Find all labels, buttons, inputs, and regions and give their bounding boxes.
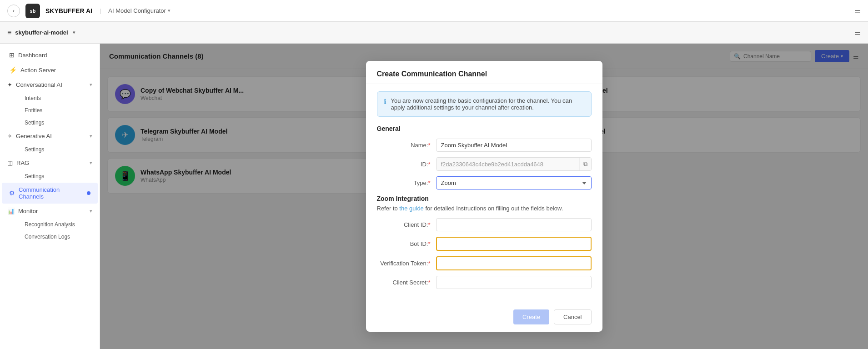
sidebar-item-conversation-logs[interactable]: Conversation Logs: [19, 231, 98, 243]
id-row: ID:* ⧉: [377, 157, 592, 171]
monitor-chevron-icon: ▾: [90, 208, 92, 214]
bot-id-row: Bot ID:*: [377, 237, 592, 251]
layout: ⊞ Dashboard ⚡ Action Server ✦ Conversati…: [0, 44, 868, 349]
verification-token-label: Verification Token:*: [377, 260, 436, 267]
sidebar-conv-settings-label: Settings: [25, 120, 44, 126]
info-banner: ℹ You are now creating the basic configu…: [377, 91, 592, 117]
sidebar-item-comm-channels[interactable]: ⚙ Communication Channels: [2, 183, 98, 204]
model-name: skybuffer-ai-model: [15, 29, 68, 36]
copy-icon[interactable]: ⧉: [579, 158, 591, 170]
id-label: ID:*: [377, 161, 436, 168]
main-content: Communication Channels (8) 🔍 Create ▾ ⚌ …: [100, 44, 868, 349]
comm-channels-badge: [87, 191, 90, 195]
action-server-icon: ⚡: [9, 66, 17, 74]
model-chevron-icon[interactable]: ▾: [73, 30, 75, 35]
info-icon: ℹ: [384, 98, 386, 111]
sidebar-action-server-label: Action Server: [20, 67, 56, 74]
zoom-refer-text: Refer to the guide for detailed instruct…: [377, 205, 592, 212]
sidebar-generative-ai-label: Generative AI: [16, 133, 52, 140]
sidebar-item-conversational-ai[interactable]: ✦ Conversational AI ▾: [0, 78, 100, 92]
info-text: You are now creating the basic configura…: [391, 97, 585, 111]
sidebar-comm-channels-label: Communication Channels: [19, 186, 83, 200]
sidebar-sub-rag: Settings: [0, 170, 100, 182]
sidebar-dashboard-label: Dashboard: [18, 52, 47, 59]
sidebar-conversation-logs-label: Conversation Logs: [25, 234, 70, 240]
secondbar: ≡ skybuffer-ai-model ▾ ⚌: [0, 22, 868, 44]
sidebar-conversational-ai-label: Conversational AI: [16, 81, 62, 88]
verification-token-input[interactable]: [436, 256, 592, 270]
client-id-row: Client ID:*: [377, 218, 592, 231]
conversational-ai-icon: ✦: [7, 81, 12, 88]
dashboard-icon: ⊞: [9, 51, 15, 59]
rag-chevron-icon: ▾: [90, 160, 92, 166]
monitor-icon: 📊: [7, 208, 15, 214]
generative-ai-icon: ✧: [7, 133, 12, 140]
name-input[interactable]: [436, 139, 592, 152]
sidebar-item-rag-settings[interactable]: Settings: [19, 170, 98, 182]
sidebar-item-intents[interactable]: Intents: [19, 92, 98, 104]
sidebar-item-conv-settings[interactable]: Settings: [19, 117, 98, 129]
client-id-label: Client ID:*: [377, 221, 436, 228]
client-id-input[interactable]: [436, 218, 592, 231]
secondbar-right: ⚌: [854, 28, 861, 37]
sidebar-intents-label: Intents: [25, 95, 41, 101]
rag-icon: ◫: [7, 160, 13, 166]
sidebar-sub-conversational: Intents Entities Settings: [0, 92, 100, 129]
zoom-section-title: Zoom Integration: [377, 195, 592, 202]
modal-overlay: Create Communication Channel ℹ You are n…: [100, 44, 868, 349]
sidebar-item-monitor[interactable]: 📊 Monitor ▾: [0, 204, 100, 218]
back-button[interactable]: ‹: [7, 5, 20, 17]
sidebar-gen-settings-label: Settings: [25, 146, 44, 153]
logo: sb: [25, 4, 40, 18]
modal-cancel-button[interactable]: Cancel: [554, 309, 591, 324]
client-secret-input[interactable]: [436, 276, 592, 289]
general-section-title: General: [377, 125, 592, 132]
modal-body: ℹ You are now creating the basic configu…: [366, 84, 602, 302]
sidebar-item-gen-settings[interactable]: Settings: [19, 144, 98, 155]
sidebar-rag-settings-label: Settings: [25, 173, 44, 179]
client-secret-row: Client Secret:*: [377, 276, 592, 289]
sidebar-sub-generative: Settings: [0, 144, 100, 155]
type-select[interactable]: Zoom Webchat Telegram WhatsApp Microsoft: [436, 176, 592, 189]
sidebar-recognition-label: Recognition Analysis: [25, 221, 75, 228]
sidebar-rag-label: RAG: [16, 160, 29, 166]
topbar-settings-icon[interactable]: ⚌: [854, 6, 861, 15]
sidebar: ⊞ Dashboard ⚡ Action Server ✦ Conversati…: [0, 44, 100, 349]
app-chevron-icon: ▾: [168, 8, 171, 14]
modal-header: Create Communication Channel: [366, 61, 602, 84]
sidebar-item-action-server[interactable]: ⚡ Action Server: [2, 63, 98, 77]
sidebar-entities-label: Entities: [25, 107, 42, 114]
sidebar-monitor-label: Monitor: [18, 208, 38, 214]
bot-id-label: Bot ID:*: [377, 240, 436, 247]
modal-footer: Create Cancel: [366, 302, 602, 332]
type-row: Type:* Zoom Webchat Telegram WhatsApp Mi…: [377, 176, 592, 189]
sidebar-item-recognition-analysis[interactable]: Recognition Analysis: [19, 219, 98, 230]
sidebar-item-rag[interactable]: ◫ RAG ▾: [0, 156, 100, 170]
type-label: Type:*: [377, 179, 436, 186]
app-name: AI Model Configurator ▾: [108, 7, 170, 14]
guide-link[interactable]: the guide: [399, 205, 424, 212]
brand-name: SKYBUFFER AI: [45, 7, 92, 15]
name-row: Name:*: [377, 139, 592, 152]
bot-id-input[interactable]: [436, 237, 592, 251]
sidebar-item-entities[interactable]: Entities: [19, 105, 98, 116]
comm-channels-icon: ⚙: [9, 189, 15, 197]
modal-title: Create Communication Channel: [377, 70, 592, 78]
modal-create-button[interactable]: Create: [513, 309, 549, 324]
id-input: [437, 158, 579, 170]
conversational-ai-chevron-icon: ▾: [90, 82, 92, 88]
sidebar-sub-monitor: Recognition Analysis Conversation Logs: [0, 219, 100, 243]
sidebar-item-dashboard[interactable]: ⊞ Dashboard: [2, 48, 98, 62]
generative-ai-chevron-icon: ▾: [90, 133, 92, 139]
topbar: ‹ sb SKYBUFFER AI | AI Model Configurato…: [0, 0, 868, 22]
sidebar-item-generative-ai[interactable]: ✧ Generative AI ▾: [0, 129, 100, 143]
client-secret-label: Client Secret:*: [377, 279, 436, 286]
id-input-container: ⧉: [436, 157, 592, 171]
topbar-right: ⚌: [854, 6, 861, 15]
layout-settings-icon[interactable]: ⚌: [854, 29, 861, 36]
hamburger-icon[interactable]: ≡: [7, 29, 11, 37]
create-channel-modal: Create Communication Channel ℹ You are n…: [366, 61, 602, 332]
back-icon: ‹: [13, 8, 15, 14]
verification-token-row: Verification Token:*: [377, 256, 592, 270]
separator: |: [100, 7, 101, 14]
